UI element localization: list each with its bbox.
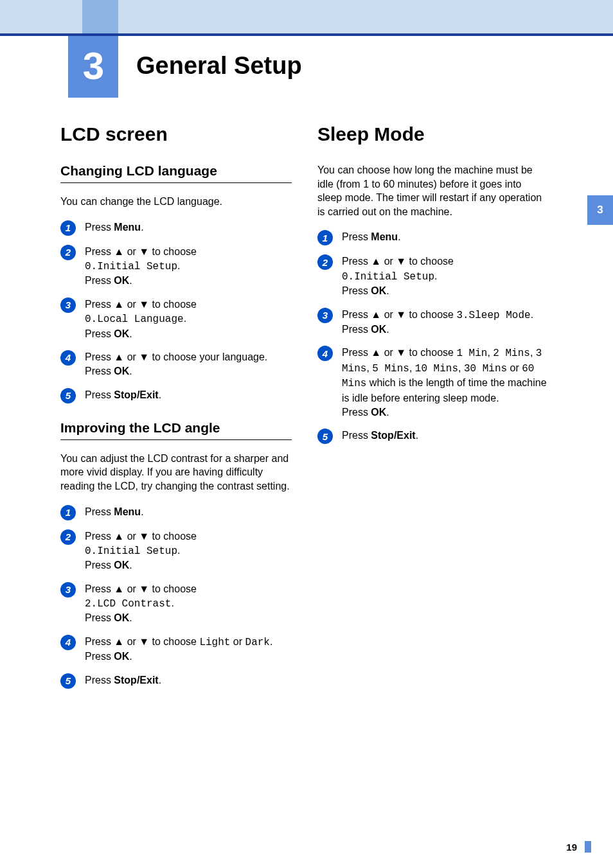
- mono: 5 Mins: [372, 363, 409, 375]
- text: Press: [342, 324, 371, 335]
- mono: 1 Min: [456, 348, 487, 359]
- text: .: [141, 222, 143, 233]
- step-text: Press ▲ or ▼ to choose 0.Initial Setup. …: [85, 529, 197, 573]
- step-badge-3: 3: [60, 297, 76, 313]
- text: .: [129, 651, 132, 662]
- text: Press: [85, 651, 114, 662]
- text: ,: [458, 362, 464, 373]
- text: Press: [85, 275, 114, 286]
- bold: Stop/Exit: [371, 430, 415, 441]
- text: Press: [85, 506, 114, 517]
- mono: 10 Mins: [415, 363, 458, 375]
- bold: Stop/Exit: [114, 389, 158, 400]
- text: Press: [342, 231, 371, 242]
- bold: Menu: [114, 506, 141, 517]
- chapter-title: General Setup: [136, 52, 302, 80]
- mono: 0.Initial Setup: [85, 261, 177, 272]
- step-text: Press Stop/Exit.: [85, 673, 161, 687]
- header-band: [0, 0, 613, 36]
- step-text: Press ▲ or ▼ to choose Light or Dark. Pr…: [85, 635, 272, 664]
- bold: Menu: [371, 231, 398, 242]
- step-text: Press ▲ or ▼ to choose 3.Sleep Mode. Pre…: [342, 308, 533, 337]
- text: or: [230, 636, 245, 647]
- intro-change-language: You can change the LCD language.: [60, 195, 292, 209]
- step-badge-4: 4: [317, 346, 333, 361]
- text: or: [507, 362, 522, 373]
- section-heading-lcd: LCD screen: [60, 123, 292, 145]
- text: Press ▲ or ▼ to choose: [342, 347, 456, 358]
- text: .: [386, 324, 389, 335]
- bold: OK: [114, 560, 129, 571]
- intro-sleep-mode: You can choose how long the machine must…: [317, 163, 549, 218]
- step-badge-5: 5: [317, 429, 333, 444]
- mono: 0.Initial Setup: [85, 545, 177, 557]
- step-badge-5: 5: [60, 673, 76, 689]
- step-row: 1 Press Menu.: [60, 505, 292, 520]
- subsection-change-language: Changing LCD language: [60, 163, 292, 183]
- right-column: Sleep Mode You can choose how long the m…: [317, 123, 549, 698]
- step-badge-4: 4: [60, 635, 76, 650]
- step-badge-4: 4: [60, 350, 76, 366]
- text: ,: [487, 347, 493, 358]
- page-accent: [585, 841, 591, 853]
- left-column: LCD screen Changing LCD language You can…: [60, 123, 292, 698]
- text: Press: [85, 389, 114, 400]
- text: .: [177, 545, 180, 556]
- step-badge-1: 1: [317, 230, 333, 245]
- text: .: [416, 430, 418, 441]
- bold: OK: [114, 328, 129, 339]
- step-row: 5 Press Stop/Exit.: [60, 388, 292, 403]
- bold: Stop/Exit: [114, 675, 158, 686]
- step-row: 1 Press Menu.: [60, 220, 292, 236]
- text: .: [184, 313, 186, 324]
- mono: Dark: [245, 637, 270, 648]
- step-text: Press Stop/Exit.: [85, 388, 161, 402]
- step-badge-2: 2: [60, 529, 76, 545]
- step-badge-5: 5: [60, 388, 76, 403]
- step-row: 5 Press Stop/Exit.: [317, 429, 549, 444]
- chapter-number-box: 3: [68, 33, 118, 98]
- content-columns: LCD screen Changing LCD language You can…: [0, 98, 613, 698]
- step-badge-3: 3: [317, 308, 333, 323]
- side-tab-label: 3: [597, 204, 603, 217]
- side-tab: 3: [587, 195, 613, 225]
- mono: 2.LCD Contrast: [85, 598, 171, 610]
- text: Press: [342, 285, 371, 296]
- text: Press: [85, 675, 114, 686]
- text: .: [141, 506, 143, 517]
- text: Press: [85, 560, 114, 571]
- step-row: 2 Press ▲ or ▼ to choose 0.Initial Setup…: [60, 245, 292, 288]
- text: .: [398, 231, 400, 242]
- step-text: Press ▲ or ▼ to choose 0.Initial Setup. …: [85, 245, 197, 288]
- bold: OK: [371, 324, 386, 335]
- text: which is the length of time the machine …: [342, 377, 547, 403]
- text: .: [270, 636, 272, 647]
- step-badge-1: 1: [60, 505, 76, 520]
- text: Press ▲ or ▼ to choose: [342, 256, 454, 267]
- step-text: Press ▲ or ▼ to choose 2.LCD Contrast. P…: [85, 582, 197, 626]
- text: .: [159, 675, 161, 686]
- text: Press: [85, 612, 114, 623]
- text: .: [129, 366, 132, 376]
- text: Press ▲ or ▼ to choose: [342, 309, 456, 320]
- step-row: 3 Press ▲ or ▼ to choose 0.Local Languag…: [60, 297, 292, 341]
- section-heading-sleep: Sleep Mode: [317, 123, 549, 145]
- text: ,: [366, 362, 372, 373]
- subsection-lcd-angle: Improving the LCD angle: [60, 420, 292, 440]
- step-row: 3 Press ▲ or ▼ to choose 3.Sleep Mode. P…: [317, 308, 549, 337]
- text: Press ▲ or ▼ to choose your language.: [85, 351, 267, 362]
- intro-lcd-angle: You can adjust the LCD contrast for a sh…: [60, 452, 292, 493]
- chapter-number: 3: [83, 44, 103, 88]
- bold: OK: [114, 651, 129, 662]
- step-row: 1 Press Menu.: [317, 230, 549, 245]
- bold: Menu: [114, 222, 141, 233]
- text: .: [386, 407, 389, 418]
- step-text: Press ▲ or ▼ to choose 0.Local Language.…: [85, 297, 197, 341]
- text: Press ▲ or ▼ to choose: [85, 636, 199, 647]
- text: Press ▲ or ▼ to choose: [85, 583, 197, 594]
- mono: 0.Initial Setup: [342, 271, 434, 283]
- step-row: 3 Press ▲ or ▼ to choose 2.LCD Contrast.…: [60, 582, 292, 626]
- text: .: [129, 275, 132, 286]
- bold: OK: [114, 366, 129, 376]
- text: Press: [85, 222, 114, 233]
